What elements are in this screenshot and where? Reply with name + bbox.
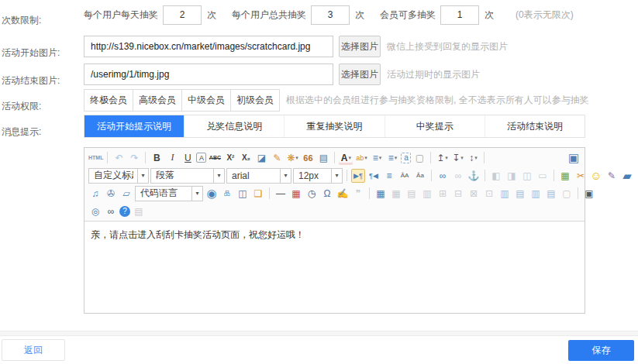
image-right-button[interactable]: ◨ xyxy=(505,169,519,183)
permission-label: 活动权限: xyxy=(2,100,41,113)
highlight-color-button[interactable]: ab▾ xyxy=(354,151,368,165)
member-extra-draw-input[interactable] xyxy=(440,5,479,25)
paragraph-format-button[interactable]: ≡ xyxy=(382,169,396,183)
clipboard-button[interactable]: ▤ xyxy=(132,204,146,218)
editor-toolbar: HTML↶↷BIUAABCX²X₂◪✎❋▾66▤A▾ab▾≡▾≡▾a▢↥▾↧▾↕… xyxy=(84,148,585,221)
redo-button[interactable]: ↷ xyxy=(127,151,141,165)
date-button[interactable]: ▦ xyxy=(289,187,303,201)
bold-button[interactable]: B xyxy=(150,151,164,165)
start-image-pick-button[interactable]: 选择图片 xyxy=(339,36,381,57)
special-char-button[interactable]: Ω xyxy=(320,187,334,201)
auto-typeset-button[interactable]: ❋▾ xyxy=(285,151,299,165)
unordered-list-button[interactable]: ≡▾ xyxy=(385,151,399,165)
delete-col-button[interactable]: ⊡ xyxy=(482,187,496,201)
paragraph-spacing-top-button[interactable]: ↥▾ xyxy=(435,151,449,165)
font-size-select[interactable]: 12px▾ xyxy=(293,168,343,184)
help-button[interactable]: ? xyxy=(119,206,130,217)
tab-activity-start-tip[interactable]: 活动开始提示说明 xyxy=(84,115,184,137)
insert-table-button[interactable]: ▦ xyxy=(374,187,388,201)
member-group-ultimate-button[interactable]: 终极会员 xyxy=(84,89,133,112)
italic-button[interactable]: I xyxy=(165,151,179,165)
tab-redeem-info[interactable]: 兑奖信息说明 xyxy=(184,115,284,137)
emotion-button[interactable]: ☺ xyxy=(589,169,603,183)
merge-down-button[interactable]: ▤ xyxy=(513,187,527,201)
merge-right-button[interactable]: ▥ xyxy=(498,187,512,201)
page-template-button[interactable]: ▢ xyxy=(560,187,574,201)
scrawl-button[interactable]: ✎ xyxy=(605,169,619,183)
font-border-button[interactable]: A xyxy=(196,153,206,163)
paste-plain-button[interactable]: ▤ xyxy=(316,151,330,165)
image-none-button[interactable]: ▭ xyxy=(536,169,550,183)
tab-repeat-draw[interactable]: 重复抽奖说明 xyxy=(284,115,384,137)
underline-button[interactable]: U xyxy=(181,151,195,165)
google-map-button[interactable]: ◉ xyxy=(205,187,219,201)
comment-button[interactable]: ✍ xyxy=(336,187,350,201)
font-family-select[interactable]: arial▾ xyxy=(226,168,291,184)
table-title-button[interactable]: ▤ xyxy=(405,187,419,201)
preview-button[interactable]: ◎ xyxy=(88,204,102,218)
columns-button[interactable]: ◫ xyxy=(236,187,250,201)
word-image-button[interactable]: ❏ xyxy=(251,187,265,201)
link-button[interactable]: ∞ xyxy=(436,169,450,183)
end-image-input[interactable] xyxy=(84,64,333,85)
time-button[interactable]: ◷ xyxy=(305,187,319,201)
insert-frame-button[interactable]: ▱ xyxy=(119,187,133,201)
split-cols-button[interactable]: ▤ xyxy=(544,187,558,201)
eraser-button[interactable]: ◪ xyxy=(254,151,268,165)
save-button[interactable]: 保存 xyxy=(568,340,634,361)
back-button[interactable]: 返回 xyxy=(2,339,65,361)
delete-table-button[interactable]: ▦ xyxy=(389,187,403,201)
undo-button[interactable]: ↶ xyxy=(112,151,126,165)
member-group-senior-button[interactable]: 高级会员 xyxy=(133,89,182,112)
code-language-select[interactable]: 代码语言▾ xyxy=(135,186,203,201)
insert-video-button[interactable]: ▰ xyxy=(620,169,634,183)
anchor-button[interactable]: ⚓ xyxy=(467,169,481,183)
tab-win-tip[interactable]: 中奖提示 xyxy=(385,115,485,137)
delete-row-button[interactable]: ⊠ xyxy=(467,187,481,201)
daily-draw-input[interactable] xyxy=(163,5,202,25)
merge-cells-button[interactable]: ▥ xyxy=(420,187,434,201)
toolbar-separator xyxy=(369,187,370,199)
font-color-button[interactable]: A▾ xyxy=(339,151,353,165)
anchor-link-button[interactable]: a xyxy=(401,153,411,163)
dir-rtl-button[interactable]: ¶◀ xyxy=(367,169,381,183)
cite-button[interactable]: ❞ xyxy=(351,187,365,201)
custom-title-select[interactable]: 自定义标题▾ xyxy=(88,168,149,184)
unlink-button[interactable]: ∞ xyxy=(451,169,465,183)
end-image-pick-button[interactable]: 选择图片 xyxy=(339,64,381,85)
strikethrough-button[interactable]: ABC xyxy=(208,151,222,165)
lowercase-button[interactable]: Âa xyxy=(413,169,427,183)
split-rows-button[interactable]: ▥ xyxy=(529,187,543,201)
print-button[interactable]: ▣ xyxy=(582,187,596,201)
editor-content[interactable]: 亲，请点击进入刮刮卡抽奖活动页面，祝您好运哦！ xyxy=(84,221,585,313)
paragraph-spacing-bottom-button[interactable]: ↧▾ xyxy=(450,151,464,165)
organization-button[interactable]: 品 xyxy=(220,187,234,201)
screenshot-button[interactable]: ✂ xyxy=(574,169,588,183)
music-button[interactable]: ♫ xyxy=(88,187,102,201)
subscript-button[interactable]: X₂ xyxy=(239,151,253,165)
paragraph-select[interactable]: 段落▾ xyxy=(150,168,225,184)
uppercase-button[interactable]: ÂA xyxy=(398,169,412,183)
find-replace-button[interactable]: ∞ xyxy=(104,204,118,218)
start-image-input[interactable] xyxy=(84,36,333,57)
ordered-list-button[interactable]: ≡▾ xyxy=(370,151,384,165)
blockquote-button[interactable]: 66 xyxy=(301,151,315,165)
tab-activity-end[interactable]: 活动结束说明 xyxy=(485,115,585,137)
source-code-button[interactable]: HTML xyxy=(88,151,103,165)
total-draw-input[interactable] xyxy=(311,5,350,25)
superscript-button[interactable]: X² xyxy=(223,151,237,165)
format-brush-button[interactable]: ✎ xyxy=(270,151,284,165)
image-center-button[interactable]: ◫ xyxy=(520,169,534,183)
insert-col-button[interactable]: ⊟ xyxy=(451,187,465,201)
dir-ltr-button[interactable]: ▶¶ xyxy=(351,169,365,183)
insert-image-button[interactable]: ▦ xyxy=(558,169,572,183)
line-height-button[interactable]: ↕▾ xyxy=(466,151,480,165)
image-left-button[interactable]: ◧ xyxy=(489,169,503,183)
fullscreen-button[interactable]: ▣ xyxy=(567,151,581,165)
insert-row-button[interactable]: ⊞ xyxy=(436,187,450,201)
horizontal-rule-button[interactable]: — xyxy=(274,187,288,201)
member-group-junior-button[interactable]: 初级会员 xyxy=(230,89,280,112)
member-group-middle-button[interactable]: 中级会员 xyxy=(181,89,231,112)
new-page-button[interactable]: ▢ xyxy=(412,151,426,165)
attachment-button[interactable]: ✇ xyxy=(104,187,118,201)
